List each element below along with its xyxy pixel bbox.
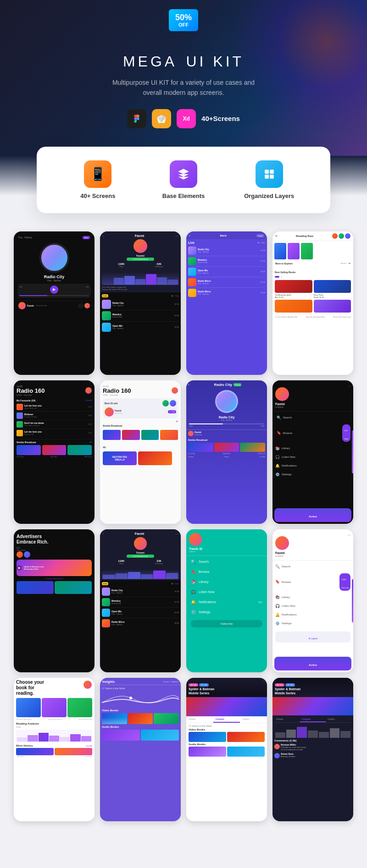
discount-badge: 50% OFF <box>169 9 198 31</box>
screenshot-radio-list: ‹ Back Fave Live AllNew Radio CityPop · … <box>186 231 267 375</box>
screenshot-sidebar-dark: ⋯ Faomi ● Active 🔍 Search 🔖 Browse 2.60S… <box>272 380 353 524</box>
hero-tool-icons: Xd 40+Screens <box>0 109 367 128</box>
screenshot-insights: Insights Retailer Publisher 17 Videos in… <box>100 678 181 821</box>
svg-rect-7 <box>270 175 274 179</box>
screenshot-music-dark: Pop · HipHop New Radio City Pop · HipHop… <box>14 231 95 375</box>
svg-point-8 <box>129 697 132 699</box>
feature-screens: 📱 40+ Screens <box>55 160 141 199</box>
screenshot-choose-book: Choose yourbook forreading. The World of… <box>14 678 95 821</box>
screenshot-radio-playing: ‹ Radio City Playing Radio City Pop · Hi… <box>186 380 267 524</box>
feature-elements: Base Elements <box>141 160 227 199</box>
svg-rect-4 <box>265 170 269 174</box>
screenshots-section: Pop · HipHop New Radio City Pop · HipHop… <box>0 222 367 840</box>
screens-label: 40+ Screens <box>55 192 141 199</box>
screenshot-row-4: Choose yourbook forreading. The World of… <box>14 678 353 821</box>
layers-icon <box>256 160 283 188</box>
elements-icon <box>170 160 197 188</box>
feature-layers: Organized Layers <box>226 160 312 199</box>
screenshot-profile-live: ‹ Faomi ⋯ Faomi Live Broadcasting 118KFa… <box>100 529 181 673</box>
screenshot-profile-dark: ‹ Faomi ⋯ Faomi Live Broadcasting 118KFa… <box>100 231 181 375</box>
screenshot-advertiser: AdvertisersEmbrace Rich. 3 MTotal Views … <box>14 529 95 673</box>
screenshot-radio160-light: Jul/30 Radio 160 109K · Remote Best 15 u… <box>100 380 181 524</box>
music-genre: Pop · HipHop <box>17 279 92 282</box>
svg-rect-5 <box>270 170 274 174</box>
svg-rect-6 <box>265 175 269 179</box>
music-title: Radio City <box>17 275 92 279</box>
screens-icon: 📱 <box>84 160 111 188</box>
screenshot-spider-batman-dark: ‹ ⋯ AR 240 EP 340 Spider & BatmanMobile … <box>272 678 353 821</box>
screenshot-teal-menu: Travis St ● Active 🔍 Search 🔖 Browse 📚 <box>186 529 267 673</box>
screenshot-row-3: AdvertisersEmbrace Rich. 3 MTotal Views … <box>14 529 353 673</box>
screenshot-row-2: Jul/30 Radio 160 109K · Remote My Favour… <box>14 380 353 524</box>
screenshot-reading-now: ☰ Reading Now <box>272 231 353 375</box>
hero-section: 50% OFF MEGA UI KIT Multipurpose UI KIT … <box>0 0 367 156</box>
screenshot-row-1: Pop · HipHop New Radio City Pop · HipHop… <box>14 231 353 375</box>
screens-count: 40+Screens <box>201 115 240 122</box>
screenshot-spider-batman-light: ‹ ⋯ AR 240 EP 340 Spider & BatmanMobile … <box>186 678 267 821</box>
screenshot-sidebar-light: ⋯ Faomi ● Active 🔍 Search 🔖 Browse 3,600… <box>272 529 353 673</box>
layers-label: Organized Layers <box>226 192 312 199</box>
figma-icon <box>127 109 146 128</box>
elements-label: Base Elements <box>141 192 227 199</box>
sketch-icon <box>152 109 171 128</box>
features-card: 📱 40+ Screens Base Elements Organized La… <box>37 147 330 213</box>
screenshot-radio160-dark: Jul/30 Radio 160 109K · Remote My Favour… <box>14 380 95 524</box>
hero-title: MEGA UI KIT <box>0 40 367 73</box>
hero-subtitle: Multipurpose UI KIT for a variety of use… <box>0 77 367 98</box>
xd-icon: Xd <box>177 109 196 128</box>
